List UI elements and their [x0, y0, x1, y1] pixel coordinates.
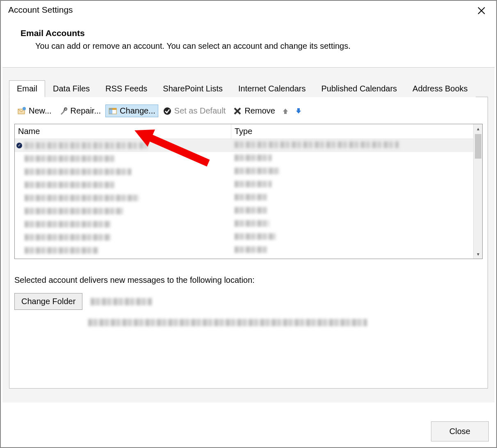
- repair-label: Repair...: [71, 106, 101, 116]
- list-row[interactable]: [15, 205, 482, 218]
- default-account-icon: [16, 143, 22, 148]
- tools-icon: [59, 107, 68, 116]
- tab-address-books[interactable]: Address Books: [405, 80, 476, 97]
- tab-sharepoint-lists[interactable]: SharePoint Lists: [155, 80, 230, 97]
- accounts-list[interactable]: Name Type: [14, 124, 483, 259]
- change-icon: [108, 107, 117, 116]
- new-label: New...: [29, 106, 52, 116]
- close-button[interactable]: Close: [431, 421, 489, 441]
- svg-point-3: [23, 107, 26, 110]
- svg-marker-13: [296, 108, 301, 114]
- page-heading: Email Accounts: [21, 28, 476, 38]
- tab-data-files[interactable]: Data Files: [45, 80, 98, 97]
- arrow-up-icon: [281, 107, 290, 116]
- list-row[interactable]: [15, 244, 482, 257]
- scroll-down-icon[interactable]: ▾: [474, 250, 482, 259]
- tab-internet-calendars[interactable]: Internet Calendars: [230, 80, 314, 97]
- remove-icon: [233, 107, 242, 116]
- tab-rss-feeds[interactable]: RSS Feeds: [98, 80, 155, 97]
- svg-marker-12: [283, 109, 288, 114]
- toolbar: New... Repair... Change... Set as Defaul…: [14, 102, 483, 124]
- change-button[interactable]: Change...: [105, 105, 158, 117]
- column-name[interactable]: Name: [15, 124, 231, 139]
- list-row[interactable]: [15, 178, 482, 191]
- list-row[interactable]: [15, 191, 482, 205]
- close-icon[interactable]: [474, 5, 489, 17]
- arrow-down-icon: [294, 107, 303, 116]
- svg-point-5: [64, 108, 67, 110]
- delivery-label: Selected account delivers new messages t…: [14, 275, 483, 285]
- scrollbar[interactable]: ▴ ▾: [473, 124, 482, 259]
- list-row[interactable]: [15, 231, 482, 244]
- list-row[interactable]: [15, 152, 482, 165]
- tab-email[interactable]: Email: [9, 80, 45, 97]
- page-subheading: You can add or remove an account. You ca…: [21, 41, 476, 51]
- window-title: Account Settings: [8, 5, 73, 15]
- tabstrip: Email Data Files RSS Feeds SharePoint Li…: [2, 80, 495, 97]
- delivery-path: [88, 319, 367, 326]
- set-default-label: Set as Default: [174, 106, 226, 116]
- tab-published-calendars[interactable]: Published Calendars: [314, 80, 405, 97]
- list-row[interactable]: [15, 218, 482, 231]
- move-down-button[interactable]: [293, 105, 304, 117]
- scroll-thumb[interactable]: [475, 134, 481, 159]
- remove-label: Remove: [244, 106, 275, 116]
- set-default-button: Set as Default: [160, 105, 229, 117]
- repair-button[interactable]: Repair...: [56, 105, 104, 117]
- change-folder-button[interactable]: Change Folder: [14, 293, 82, 310]
- list-row[interactable]: [15, 139, 482, 152]
- list-header: Name Type: [15, 124, 482, 139]
- new-button[interactable]: New...: [14, 105, 55, 117]
- delivery-folder: [91, 298, 152, 305]
- list-row[interactable]: [15, 165, 482, 178]
- scroll-up-icon[interactable]: ▴: [475, 124, 481, 133]
- checkmark-icon: [163, 107, 172, 116]
- move-up-button: [280, 105, 291, 117]
- svg-point-9: [164, 107, 171, 115]
- change-label: Change...: [120, 106, 155, 116]
- column-type[interactable]: Type: [231, 124, 482, 139]
- svg-rect-8: [109, 108, 112, 114]
- remove-button[interactable]: Remove: [230, 105, 278, 117]
- new-mail-icon: [17, 107, 26, 116]
